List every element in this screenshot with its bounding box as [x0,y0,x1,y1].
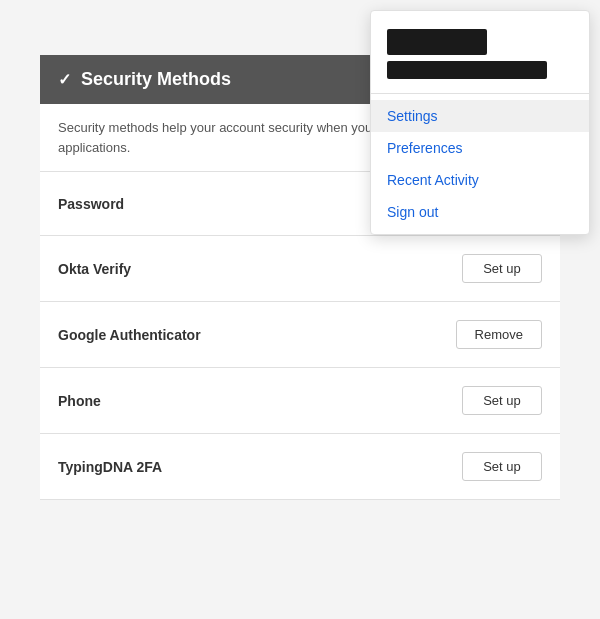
method-name-typingdna: TypingDNA 2FA [58,459,162,475]
dropdown-recent-activity[interactable]: Recent Activity [371,164,589,196]
dropdown-user-section [371,21,589,94]
method-name-password: Password [58,196,124,212]
phone-setup-button[interactable]: Set up [462,386,542,415]
method-row-google-auth: Google Authenticator Remove [40,302,560,368]
user-dropdown-menu: Settings Preferences Recent Activity Sig… [370,10,590,235]
check-icon: ✓ [58,70,71,89]
dropdown-user-info [387,61,547,79]
method-row-okta-verify: Okta Verify Set up [40,236,560,302]
method-name-okta-verify: Okta Verify [58,261,131,277]
method-name-google-auth: Google Authenticator [58,327,201,343]
method-name-phone: Phone [58,393,101,409]
dropdown-sign-out[interactable]: Sign out [371,196,589,228]
security-methods-title: Security Methods [81,69,231,90]
dropdown-preferences[interactable]: Preferences [371,132,589,164]
google-auth-remove-button[interactable]: Remove [456,320,542,349]
method-row-typingdna: TypingDNA 2FA Set up [40,434,560,500]
okta-verify-setup-button[interactable]: Set up [462,254,542,283]
typingdna-setup-button[interactable]: Set up [462,452,542,481]
dropdown-settings[interactable]: Settings [371,100,589,132]
dropdown-avatar [387,29,487,55]
method-row-phone: Phone Set up [40,368,560,434]
